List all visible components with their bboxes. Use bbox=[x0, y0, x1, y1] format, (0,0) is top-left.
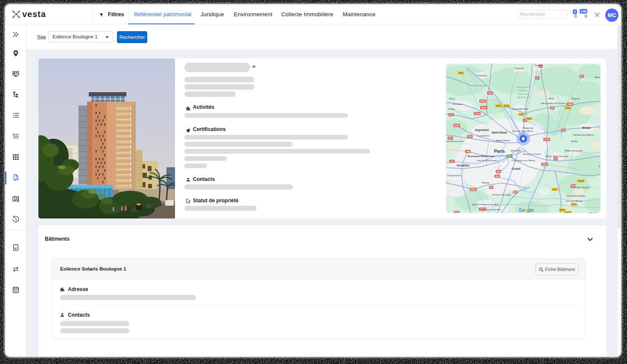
svg-text:Évry-Courcouronnes: Évry-Courcouronnes bbox=[481, 208, 501, 211]
svg-text:D316: D316 bbox=[504, 105, 509, 107]
svg-text:A6: A6 bbox=[490, 186, 493, 189]
svg-text:Champigny-sur-Marne: Champigny-sur-Marne bbox=[511, 159, 535, 162]
svg-text:Pontoise: Pontoise bbox=[452, 102, 463, 105]
svg-text:Saint-Germain-en-Laye: Saint-Germain-en-Laye bbox=[446, 140, 464, 143]
svg-text:A14: A14 bbox=[449, 137, 452, 140]
svg-text:A10: A10 bbox=[455, 212, 459, 213]
svg-text:N104: N104 bbox=[481, 107, 486, 109]
svg-text:D1036: D1036 bbox=[578, 180, 584, 182]
svg-text:N6: N6 bbox=[514, 191, 516, 193]
svg-text:Mirmant: Mirmant bbox=[589, 212, 598, 213]
svg-text:Colombes: Colombes bbox=[478, 134, 490, 137]
svg-text:D301: D301 bbox=[496, 105, 501, 107]
svg-text:Parc naturel: Parc naturel bbox=[516, 86, 531, 88]
svg-text:N330: N330 bbox=[567, 103, 572, 105]
svg-text:Savigny-sur-Orge: Savigny-sur-Orge bbox=[492, 193, 511, 196]
svg-text:D619: D619 bbox=[560, 209, 565, 211]
svg-text:A115: A115 bbox=[475, 113, 480, 115]
svg-text:Paris: Paris bbox=[494, 149, 505, 154]
svg-text:D917: D917 bbox=[527, 118, 532, 120]
svg-text:Dammartin-en-Goële: Dammartin-en-Goële bbox=[541, 102, 566, 105]
svg-text:N2: N2 bbox=[580, 76, 583, 78]
svg-text:N184: N184 bbox=[480, 100, 485, 102]
svg-text:Montreuil: Montreuil bbox=[510, 149, 521, 152]
svg-text:Aulnay-sous-Bois: Aulnay-sous-Bois bbox=[512, 129, 533, 132]
svg-text:Oissery: Oissery bbox=[571, 97, 580, 100]
svg-text:Sainte-Geneviève-des-Bois: Sainte-Geneviève-des-Bois bbox=[472, 203, 499, 206]
svg-text:Magny-le-Hongle: Magny-le-Hongle bbox=[565, 149, 583, 152]
svg-text:Bussy-Saint-Georges: Bussy-Saint-Georges bbox=[545, 155, 568, 157]
svg-text:Massy: Massy bbox=[482, 181, 490, 184]
svg-text:D471: D471 bbox=[552, 189, 557, 191]
svg-text:Saint-Denis: Saint-Denis bbox=[492, 131, 507, 134]
svg-text:Nanteuil-lès-Meaux: Nanteuil-lès-Meaux bbox=[573, 134, 594, 136]
svg-text:Versailles: Versailles bbox=[457, 164, 470, 167]
svg-text:Senlis: Senlis bbox=[535, 64, 542, 67]
svg-text:Verneuil-l'Étang: Verneuil-l'Étang bbox=[566, 200, 582, 202]
svg-text:Cergy: Cergy bbox=[448, 107, 455, 110]
svg-text:Goussainville: Goussainville bbox=[512, 107, 528, 110]
svg-text:A15: A15 bbox=[468, 136, 472, 138]
svg-text:A104: A104 bbox=[544, 139, 549, 141]
svg-text:N118: N118 bbox=[471, 189, 476, 191]
svg-text:Fa: Fa bbox=[599, 165, 601, 168]
svg-text:Argenteuil: Argenteuil bbox=[475, 128, 489, 132]
svg-text:Betz: Betz bbox=[595, 76, 600, 79]
svg-text:A15: A15 bbox=[449, 114, 453, 116]
svg-text:E15: E15 bbox=[508, 155, 512, 157]
svg-text:D471: D471 bbox=[572, 204, 577, 206]
svg-text:G: G bbox=[519, 208, 522, 213]
svg-text:A1: A1 bbox=[536, 77, 539, 79]
svg-text:Osny: Osny bbox=[449, 97, 455, 100]
svg-text:N184: N184 bbox=[454, 125, 459, 127]
svg-text:Issy-les-Moulineaux: Issy-les-Moulineaux bbox=[477, 159, 498, 162]
svg-text:Créteil: Créteil bbox=[512, 167, 521, 170]
svg-text:A16: A16 bbox=[488, 92, 492, 94]
svg-text:A86: A86 bbox=[466, 151, 470, 153]
svg-text:A12: A12 bbox=[450, 160, 454, 163]
svg-text:D927: D927 bbox=[458, 72, 464, 74]
svg-text:Noisy-le-Grand: Noisy-le-Grand bbox=[523, 152, 541, 155]
svg-text:Oise-Pays: Oise-Pays bbox=[517, 93, 529, 95]
svg-text:Villepinte: Villepinte bbox=[523, 126, 534, 129]
svg-text:N2: N2 bbox=[551, 107, 554, 109]
svg-text:Aubervilliers: Aubervilliers bbox=[496, 139, 510, 142]
svg-text:D1036: D1036 bbox=[565, 212, 571, 213]
svg-text:N104: N104 bbox=[542, 163, 547, 166]
svg-text:Meaux: Meaux bbox=[582, 126, 591, 129]
svg-text:Chaumes-en-Brie: Chaumes-en-Brie bbox=[566, 195, 585, 197]
svg-text:A4: A4 bbox=[554, 158, 557, 160]
svg-text:A6a: A6a bbox=[497, 171, 501, 173]
svg-text:D317: D317 bbox=[519, 114, 524, 116]
svg-text:Esbly: Esbly bbox=[571, 140, 578, 143]
svg-text:Othis: Othis bbox=[548, 97, 554, 100]
svg-text:Guyancourt: Guyancourt bbox=[447, 174, 461, 177]
svg-text:D401: D401 bbox=[566, 107, 571, 109]
svg-text:de France: de France bbox=[517, 96, 529, 99]
svg-text:A6b: A6b bbox=[495, 175, 499, 178]
svg-text:régional: régional bbox=[519, 89, 528, 92]
svg-text:e: e bbox=[531, 208, 534, 213]
svg-text:Boulogne-Billancourt: Boulogne-Billancourt bbox=[468, 154, 495, 157]
svg-text:Chambly: Chambly bbox=[477, 74, 487, 77]
svg-text:Fontenay-Trésigny: Fontenay-Trésigny bbox=[570, 186, 590, 189]
svg-text:Chantilly: Chantilly bbox=[514, 67, 525, 70]
svg-text:N3: N3 bbox=[562, 129, 565, 131]
